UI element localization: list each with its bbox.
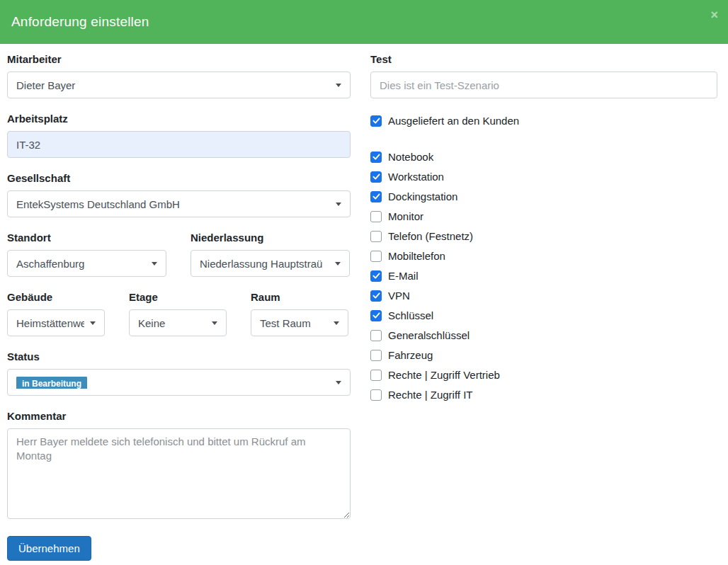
checkbox-checked-icon[interactable] bbox=[370, 152, 382, 163]
checkbox-checked-icon[interactable] bbox=[370, 191, 382, 202]
kommentar-group: Kommentar Herr Bayer meldete sich telefo… bbox=[7, 410, 351, 522]
chevron-down-icon bbox=[90, 321, 96, 325]
checkbox-label: Notebook bbox=[388, 150, 433, 164]
checkbox-row[interactable]: Ausgeliefert an den Kunden bbox=[370, 114, 717, 127]
checkbox-label: E-Mail bbox=[388, 269, 419, 282]
niederlassung-label: Niederlassung bbox=[190, 232, 350, 244]
checkbox-label: Schlüssel bbox=[388, 309, 433, 322]
close-icon[interactable]: × bbox=[710, 8, 718, 21]
test-label: Test bbox=[370, 53, 717, 66]
gesellschaft-select[interactable]: EntekSystems Deutschland GmbH bbox=[7, 190, 351, 217]
gebaeude-value: Heimstättenwe bbox=[16, 317, 84, 329]
checkbox-checked-icon[interactable] bbox=[370, 171, 382, 183]
mitarbeiter-select[interactable]: Dieter Bayer bbox=[7, 72, 351, 98]
chevron-down-icon bbox=[336, 381, 341, 384]
checkbox-checked-icon[interactable] bbox=[370, 115, 382, 127]
checkbox-row[interactable]: Generalschlüssel bbox=[370, 329, 717, 342]
uebernehmen-button[interactable]: Übernehmen bbox=[7, 536, 91, 561]
chevron-down-icon bbox=[336, 202, 341, 206]
checkbox-checked-icon[interactable] bbox=[370, 290, 382, 302]
standort-label: Standort bbox=[7, 232, 166, 244]
status-value: in Bearbeitung bbox=[16, 377, 330, 389]
checkbox-checked-icon[interactable] bbox=[370, 310, 382, 321]
checkbox-unchecked-icon[interactable] bbox=[370, 350, 382, 361]
etage-select[interactable]: Keine bbox=[129, 309, 227, 336]
mitarbeiter-label: Mitarbeiter bbox=[7, 53, 351, 66]
checkbox-unchecked-icon[interactable] bbox=[370, 251, 382, 262]
checkbox-row[interactable]: Telefon (Festnetz) bbox=[370, 229, 717, 243]
test-group: Test bbox=[370, 53, 717, 98]
raum-value: Test Raum bbox=[260, 317, 328, 329]
etage-group: Etage Keine bbox=[129, 291, 227, 336]
requirement-modal: Anforderung einstellen × Mitarbeiter Die… bbox=[0, 0, 728, 565]
niederlassung-group: Niederlassung Niederlassung Hauptstraü bbox=[190, 232, 350, 277]
checkbox-row[interactable]: E-Mail bbox=[370, 269, 717, 282]
equipment-checkbox-list: NotebookWorkstationDockingstationMonitor… bbox=[370, 150, 717, 401]
raum-group: Raum Test Raum bbox=[251, 291, 348, 336]
checkbox-row[interactable]: VPN bbox=[370, 289, 717, 302]
mitarbeiter-value: Dieter Bayer bbox=[16, 79, 330, 91]
raum-select[interactable]: Test Raum bbox=[251, 309, 348, 336]
etage-value: Keine bbox=[138, 317, 206, 329]
checkbox-row[interactable]: Mobiltelefon bbox=[370, 249, 717, 263]
checkbox-unchecked-icon[interactable] bbox=[370, 370, 382, 381]
checkbox-row[interactable]: Dockingstation bbox=[370, 190, 717, 203]
checkbox-row[interactable]: Rechte | Zugriff IT bbox=[370, 388, 717, 401]
checkbox-row[interactable]: Monitor bbox=[370, 210, 717, 223]
status-badge: in Bearbeitung bbox=[16, 377, 87, 389]
arbeitsplatz-input[interactable] bbox=[7, 131, 351, 158]
checkbox-row[interactable]: Rechte | Zugriff Vertrieb bbox=[370, 368, 717, 382]
standort-group: Standort Aschaffenburg bbox=[7, 232, 166, 277]
standort-row: Standort Aschaffenburg Niederlassung Nie… bbox=[7, 232, 351, 291]
raum-label: Raum bbox=[251, 291, 348, 304]
modal-body: Mitarbeiter Dieter Bayer Arbeitsplatz Ge… bbox=[0, 44, 728, 565]
chevron-down-icon bbox=[334, 321, 339, 325]
checkbox-label: Generalschlüssel bbox=[388, 329, 470, 342]
test-input[interactable] bbox=[370, 72, 717, 98]
gebaeude-row: Gebäude Heimstättenwe Etage Keine Raum bbox=[7, 291, 351, 350]
kommentar-label: Kommentar bbox=[7, 410, 351, 423]
chevron-down-icon bbox=[335, 262, 341, 266]
checkbox-label: Rechte | Zugriff IT bbox=[388, 388, 473, 401]
standort-value: Aschaffenburg bbox=[16, 258, 146, 270]
checkbox-unchecked-icon[interactable] bbox=[370, 330, 382, 341]
checkbox-row[interactable]: Workstation bbox=[370, 170, 717, 183]
status-group: Status in Bearbeitung bbox=[7, 350, 351, 396]
arbeitsplatz-label: Arbeitsplatz bbox=[7, 113, 351, 125]
checkbox-unchecked-icon[interactable] bbox=[370, 211, 382, 222]
checkbox-label: Monitor bbox=[388, 210, 423, 223]
chevron-down-icon bbox=[336, 84, 341, 87]
mitarbeiter-group: Mitarbeiter Dieter Bayer bbox=[7, 53, 351, 98]
modal-header: Anforderung einstellen × bbox=[0, 0, 728, 44]
niederlassung-value: Niederlassung Hauptstraü bbox=[200, 258, 329, 270]
left-column: Mitarbeiter Dieter Bayer Arbeitsplatz Ge… bbox=[7, 53, 351, 565]
chevron-down-icon bbox=[212, 321, 217, 325]
gebaeude-select[interactable]: Heimstättenwe bbox=[7, 309, 105, 336]
checkbox-label: Ausgeliefert an den Kunden bbox=[388, 114, 519, 127]
gebaeude-label: Gebäude bbox=[7, 291, 105, 304]
gesellschaft-label: Gesellschaft bbox=[7, 172, 351, 185]
checkbox-row[interactable]: Schlüssel bbox=[370, 309, 717, 322]
checkbox-label: Workstation bbox=[388, 170, 444, 183]
checkbox-label: Fahrzeug bbox=[388, 348, 433, 362]
delivered-checkbox-container: Ausgeliefert an den Kunden bbox=[370, 114, 717, 127]
checkbox-label: Rechte | Zugriff Vertrieb bbox=[388, 368, 500, 382]
checkbox-label: Telefon (Festnetz) bbox=[388, 229, 473, 243]
etage-label: Etage bbox=[129, 291, 227, 304]
checkbox-label: VPN bbox=[388, 289, 410, 302]
checkbox-checked-icon[interactable] bbox=[370, 270, 382, 282]
niederlassung-select[interactable]: Niederlassung Hauptstraü bbox=[190, 250, 350, 277]
arbeitsplatz-group: Arbeitsplatz bbox=[7, 113, 351, 158]
right-column: Test Ausgeliefert an den Kunden Notebook… bbox=[370, 53, 717, 565]
gesellschaft-group: Gesellschaft EntekSystems Deutschland Gm… bbox=[7, 172, 351, 217]
status-select[interactable]: in Bearbeitung bbox=[7, 369, 351, 396]
checkbox-unchecked-icon[interactable] bbox=[370, 231, 382, 242]
standort-select[interactable]: Aschaffenburg bbox=[7, 250, 166, 277]
checkbox-label: Mobiltelefon bbox=[388, 249, 445, 263]
checkbox-unchecked-icon[interactable] bbox=[370, 389, 382, 401]
chevron-down-icon bbox=[152, 262, 157, 266]
checkbox-row[interactable]: Fahrzeug bbox=[370, 348, 717, 362]
checkbox-label: Dockingstation bbox=[388, 190, 457, 203]
kommentar-textarea[interactable]: Herr Bayer meldete sich telefonisch und … bbox=[7, 428, 351, 519]
checkbox-row[interactable]: Notebook bbox=[370, 150, 717, 164]
